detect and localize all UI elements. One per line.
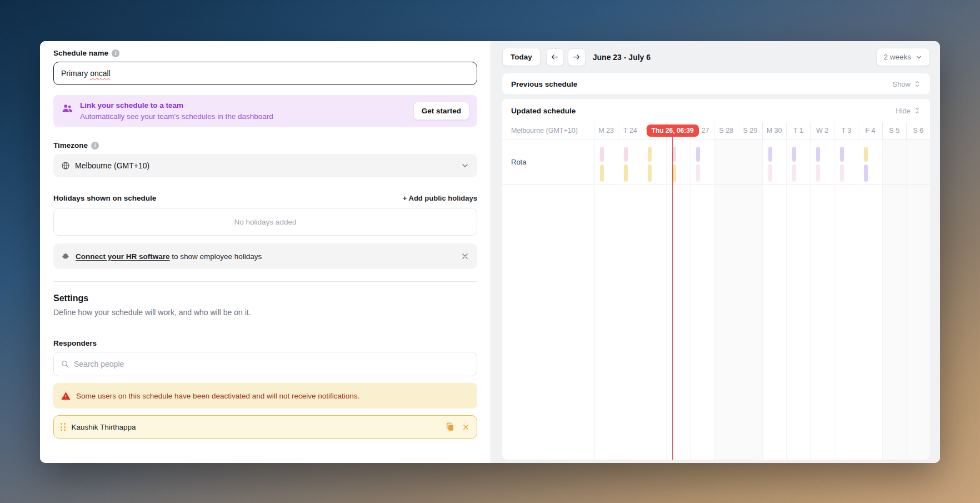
day-header: S 28 (714, 122, 738, 139)
shift-bar[interactable] (624, 147, 628, 162)
timezone-value: Melbourne (GMT+10) (75, 161, 456, 170)
grid-timezone-header: Melbourne (GMT+10) (502, 122, 594, 139)
shift-bar[interactable] (816, 165, 820, 182)
day-header: S 29 (738, 122, 762, 139)
warning-icon (61, 391, 71, 401)
shift-bar[interactable] (864, 147, 868, 162)
shift-bar[interactable] (840, 165, 844, 182)
day-column (882, 140, 906, 460)
day-column (786, 140, 810, 460)
day-column (762, 140, 786, 460)
previous-schedule-show-toggle[interactable]: Show (892, 80, 921, 88)
add-public-holidays-button[interactable]: + Add public holidays (403, 194, 477, 202)
schedule-name-value: Primary (61, 69, 90, 78)
shift-bar[interactable] (648, 165, 652, 182)
shift-bars (792, 147, 796, 182)
schedule-name-input[interactable]: Primary oncall (53, 62, 477, 85)
updated-schedule-card: Updated schedule Hide Melbourne (GMT+10)… (502, 99, 930, 460)
grid-day-columns (594, 140, 930, 460)
day-column (618, 140, 642, 460)
period-length-value: 2 weeks (883, 53, 911, 61)
day-column (858, 140, 882, 460)
banner-title: Link your schedule to a team (80, 101, 413, 109)
shift-bar[interactable] (816, 147, 820, 162)
day-column (690, 140, 714, 460)
current-time-line (672, 137, 673, 460)
shift-bar[interactable] (864, 165, 868, 182)
day-column (594, 140, 618, 460)
day-header: M 30 (762, 122, 786, 139)
grid-header-row: Melbourne (GMT+10) M 23T 24W 25T 26F 27S… (502, 122, 930, 140)
next-period-button[interactable] (568, 48, 586, 66)
fold-icon (913, 107, 921, 114)
day-column (810, 140, 834, 460)
hr-software-callout: Connect your HR software to show employe… (53, 243, 477, 269)
day-column (666, 140, 690, 460)
remove-icon[interactable] (462, 423, 470, 431)
shift-bars (600, 147, 604, 182)
day-header: T 3 (834, 122, 858, 139)
link-team-banner: Link your schedule to a team Automatical… (53, 95, 477, 127)
timezone-select[interactable]: Melbourne (GMT+10) (53, 154, 477, 177)
hr-software-rest: to show employee holidays (170, 252, 262, 261)
hr-software-text: Connect your HR software to show employe… (76, 252, 455, 261)
rota-label: Rota (511, 158, 526, 166)
shift-bar[interactable] (624, 165, 628, 182)
shift-bars (816, 147, 820, 182)
updated-schedule-hide-toggle[interactable]: Hide (896, 107, 921, 115)
drag-handle-icon[interactable] (61, 423, 66, 431)
calendar-toolbar: Today June 23 - July 6 2 weeks (502, 48, 930, 66)
holidays-label: Holidays shown on schedule (53, 194, 156, 202)
shift-bars (864, 147, 868, 182)
schedule-name-value-misspelled: oncall (90, 69, 111, 78)
today-button[interactable]: Today (502, 48, 541, 66)
day-column (642, 140, 666, 460)
responder-name: Kaushik Thirthappa (72, 423, 439, 431)
search-people-input[interactable] (74, 360, 470, 368)
hr-software-link[interactable]: Connect your HR software (76, 252, 170, 261)
shift-bars (624, 147, 628, 182)
grid-day-headers: M 23T 24W 25T 26F 27S 28S 29M 30T 1W 2T … (594, 122, 930, 139)
shift-bar[interactable] (600, 165, 604, 182)
timezone-label: Timezone i (53, 141, 477, 150)
schedule-preview-panel: Today June 23 - July 6 2 weeks Previous … (491, 41, 940, 463)
show-label: Show (892, 80, 911, 88)
day-column (738, 140, 762, 460)
day-column (906, 140, 930, 460)
day-header: S 5 (882, 122, 906, 139)
puzzle-icon (61, 252, 70, 261)
shift-bar[interactable] (696, 165, 700, 182)
search-icon (61, 360, 69, 368)
day-column (714, 140, 738, 460)
grid-body: Rota (502, 140, 930, 460)
updated-schedule-header: Updated schedule Hide (502, 99, 930, 122)
date-range-label: June 23 - July 6 (593, 53, 651, 62)
duplicate-icon[interactable] (445, 422, 455, 432)
schedule-name-label: Schedule name i (53, 49, 477, 57)
responder-row[interactable]: Kaushik Thirthappa (53, 415, 477, 439)
day-column (834, 140, 858, 460)
shift-bar[interactable] (696, 147, 700, 162)
shift-bar[interactable] (768, 165, 772, 182)
updated-schedule-title: Updated schedule (511, 107, 576, 115)
info-icon[interactable]: i (112, 49, 119, 57)
prev-period-button[interactable] (546, 48, 564, 66)
get-started-button[interactable]: Get started (413, 102, 469, 120)
shift-bar[interactable] (768, 147, 772, 162)
close-icon[interactable] (461, 252, 469, 261)
unfold-icon (913, 80, 921, 88)
arrow-right-icon (572, 53, 581, 61)
current-time-badge: Thu 26, 06:39 (647, 124, 699, 137)
shift-bar[interactable] (792, 147, 796, 162)
shift-bar[interactable] (840, 147, 844, 162)
day-header: T 1 (786, 122, 810, 139)
period-length-select[interactable]: 2 weeks (876, 48, 930, 66)
shift-bar[interactable] (792, 165, 796, 182)
schedule-form-panel: Schedule name i Primary oncall Link your… (40, 41, 491, 463)
responders-search (53, 352, 477, 376)
day-header: W 2 (810, 122, 834, 139)
team-icon (61, 102, 73, 114)
shift-bar[interactable] (600, 147, 604, 162)
shift-bar[interactable] (648, 147, 652, 162)
info-icon[interactable]: i (91, 142, 99, 150)
